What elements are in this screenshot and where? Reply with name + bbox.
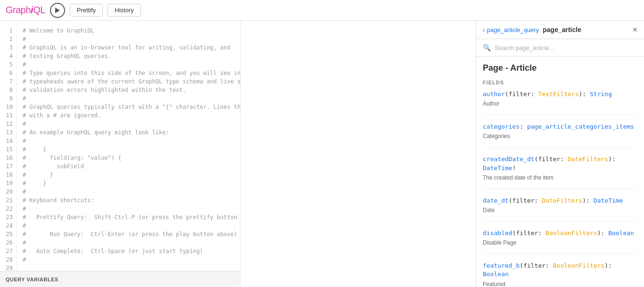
docs-breadcrumb[interactable]: page_article_query	[487, 26, 539, 33]
prettify-button[interactable]: Prettify	[70, 4, 103, 16]
docs-body: Page - Article FIELDS author(filter: Tex…	[476, 57, 644, 287]
field-signature: createdDate_dt(filter: DateFilters): Dat…	[483, 155, 637, 172]
docs-field: createdDate_dt(filter: DateFilters): Dat…	[483, 155, 637, 189]
field-signature: categories: page_article_categories_item…	[483, 123, 637, 131]
docs-search-input[interactable]	[495, 44, 637, 51]
docs-panel: ‹ page_article_query page_article × 🔍 Pa…	[476, 21, 644, 287]
history-button[interactable]: History	[107, 4, 140, 16]
field-description: Author	[483, 100, 637, 107]
field-description: The created date of the item	[483, 174, 637, 181]
docs-field: featured_b(filter: BooleanFilters): Bool…	[483, 262, 637, 287]
search-icon: 🔍	[483, 44, 491, 51]
field-signature: featured_b(filter: BooleanFilters): Bool…	[483, 262, 637, 279]
app-logo: GraphiQL	[6, 5, 45, 16]
app-header: GraphiQL Prettify History	[0, 0, 644, 21]
docs-field: author(filter: TextFilters): String Auth…	[483, 90, 637, 115]
run-query-button[interactable]	[50, 3, 65, 18]
docs-current-type: page_article	[543, 26, 628, 33]
docs-type-title: Page - Article	[483, 63, 637, 73]
field-signature: date_dt(filter: DateFilters): DateTime	[483, 197, 637, 205]
line-numbers: 12345 678910 1112131415 1617181920 21222…	[0, 21, 17, 271]
docs-field: disabled(filter: BooleanFilters): Boolea…	[483, 229, 637, 254]
docs-close-button[interactable]: ×	[632, 25, 637, 34]
field-description: Featured	[483, 281, 637, 287]
docs-back-button[interactable]: ‹ page_article_query	[483, 26, 539, 33]
field-name[interactable]: disabled	[483, 230, 512, 237]
docs-fields-label: FIELDS	[483, 80, 637, 85]
query-variables-label: QUERY VARIABLES	[6, 277, 58, 282]
editor-panel: 12345 678910 1112131415 1617181920 21222…	[0, 21, 240, 287]
field-name[interactable]: author	[483, 90, 505, 98]
main-area: 12345 678910 1112131415 1617181920 21222…	[0, 21, 644, 287]
field-description: Disable Page	[483, 239, 637, 246]
docs-field: categories: page_article_categories_item…	[483, 123, 637, 148]
back-chevron-icon: ‹	[483, 26, 485, 33]
field-signature: disabled(filter: BooleanFilters): Boolea…	[483, 229, 637, 238]
field-description: Categories	[483, 133, 637, 139]
docs-fields-list: author(filter: TextFilters): String Auth…	[483, 90, 637, 287]
field-name[interactable]: categories	[483, 123, 520, 130]
field-name[interactable]: featured_b	[483, 262, 520, 269]
docs-search-bar: 🔍	[476, 39, 644, 57]
field-name[interactable]: date_dt	[483, 197, 509, 204]
field-description: Date	[483, 207, 637, 213]
field-signature: author(filter: TextFilters): String	[483, 90, 637, 98]
field-name[interactable]: createdDate_dt	[483, 156, 535, 163]
query-variables-bar[interactable]: QUERY VARIABLES	[0, 271, 240, 287]
docs-field: date_dt(filter: DateFilters): DateTime D…	[483, 197, 637, 221]
code-area[interactable]: 12345 678910 1112131415 1617181920 21222…	[0, 21, 240, 271]
result-panel	[240, 21, 476, 287]
code-editor[interactable]: # Welcome to GraphiQL # # GraphiQL is an…	[17, 21, 240, 271]
docs-header: ‹ page_article_query page_article ×	[476, 21, 644, 39]
svg-marker-0	[55, 8, 60, 13]
